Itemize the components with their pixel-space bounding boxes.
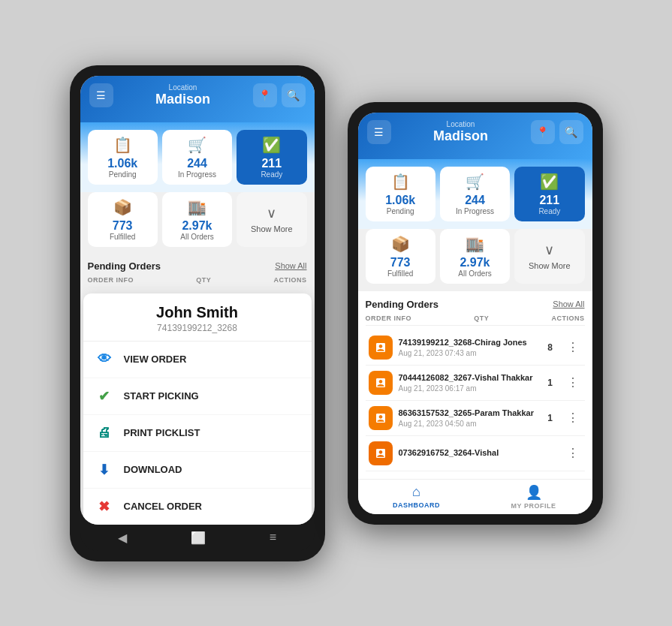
- stat-label-inprogress-1: In Progress: [178, 170, 216, 179]
- stat-card-allorders-1[interactable]: 🏬 2.97k All Orders: [162, 192, 232, 247]
- stat-icon-inprogress-1: 🛒: [188, 136, 206, 154]
- menu-icon-1: ☰: [96, 89, 106, 101]
- recent-button-1[interactable]: ≡: [270, 531, 276, 544]
- col-qty-1: QTY: [196, 276, 211, 284]
- order-actions-btn-4[interactable]: ⋮: [564, 443, 582, 463]
- stat-label-allorders-1: All Orders: [180, 233, 213, 241]
- stat-number-allorders-1: 2.97k: [182, 219, 212, 233]
- pending-section-2: Pending Orders Show All ORDER INFO QTY A…: [358, 291, 592, 479]
- col-qty-2: QTY: [474, 315, 489, 322]
- bottom-nav-2: ⌂ DASHBOARD 👤 MY PROFILE: [358, 479, 592, 514]
- phone-nav-1: ◀ ⬜ ≡: [80, 525, 315, 551]
- cancel-order-label: CANCEL ORDER: [124, 501, 203, 512]
- col-actions-2: ACTIONS: [552, 315, 585, 322]
- show-more-label-2: Show More: [529, 261, 571, 270]
- stat-label-pending-1: Pending: [109, 170, 137, 179]
- context-menu-1: John Smith 74139199212_3268 👁 VIEW ORDER…: [83, 293, 312, 525]
- stat-card-ready-1[interactable]: ✅ 211 Ready: [237, 130, 306, 185]
- show-more-card-1[interactable]: ∨ Show More: [237, 192, 306, 247]
- stat-label-pending-2: Pending: [387, 207, 414, 215]
- nav-dashboard[interactable]: ⌂ DASHBOARD: [358, 484, 475, 510]
- order-item-2[interactable]: 70444126082_3267-Vishal Thakkar Aug 21, …: [366, 366, 585, 401]
- order-qty-3: 1: [543, 413, 558, 423]
- stat-label-fulfilled-1: Fulfilled: [110, 233, 135, 241]
- start-picking-label: START PICKING: [124, 390, 199, 402]
- col-order-info-2: ORDER INFO: [366, 315, 412, 322]
- context-user-name: John Smith: [91, 304, 304, 321]
- order-icon-1: [369, 336, 393, 360]
- show-more-card-2[interactable]: ∨ Show More: [514, 229, 584, 284]
- phone-2-screen: ☰ Location Madison 📍 🔍 📋: [358, 113, 592, 514]
- print-picklist-label: PRINT PICKLIST: [124, 427, 200, 438]
- pin-button-2[interactable]: 📍: [531, 120, 555, 144]
- show-all-link-2[interactable]: Show All: [553, 299, 584, 308]
- menu-item-cancel-order[interactable]: ✖ CANCEL ORDER: [83, 489, 312, 525]
- stat-label-ready-1: Ready: [261, 170, 282, 179]
- stats-grid-1-row1: 📋 1.06k Pending 🛒 244 In Progress ✅ 211 …: [80, 122, 315, 192]
- order-qty-1: 8: [543, 342, 558, 353]
- order-item-3[interactable]: 86363157532_3265-Param Thakkar Aug 21, 2…: [366, 401, 585, 436]
- stat-label-ready-2: Ready: [538, 207, 560, 215]
- order-actions-btn-1[interactable]: ⋮: [564, 337, 582, 357]
- order-info-4: 07362916752_3264-Vishal: [399, 447, 537, 459]
- stat-card-pending-1[interactable]: 📋 1.06k Pending: [88, 130, 158, 185]
- stat-icon-pending-1: 📋: [113, 136, 132, 154]
- order-date-1: Aug 21, 2023 07:43 am: [399, 349, 537, 357]
- order-name-1: 74139199212_3268-Chirag Jones: [399, 337, 537, 348]
- stat-number-fulfilled-2: 773: [390, 256, 411, 269]
- pending-title-2: Pending Orders: [366, 299, 439, 310]
- location-name-1: Madison: [113, 92, 253, 107]
- stat-number-inprogress-2: 244: [465, 194, 485, 207]
- order-name-4: 07362916752_3264-Vishal: [399, 447, 537, 458]
- stat-card-pending-2[interactable]: 📋 1.06k Pending: [366, 167, 435, 221]
- order-qty-2: 1: [543, 378, 558, 388]
- stats-grid-2-row1: 📋 1.06k Pending 🛒 244 In Progress ✅ 211 …: [358, 159, 592, 229]
- stat-icon-inprogress-2: 🛒: [466, 173, 484, 191]
- context-order-id: 74139199212_3268: [91, 323, 304, 333]
- stat-card-inprogress-2[interactable]: 🛒 244 In Progress: [440, 167, 510, 221]
- stat-number-ready-1: 211: [261, 157, 282, 170]
- search-button-2[interactable]: 🔍: [559, 120, 583, 144]
- pin-button-1[interactable]: 📍: [253, 83, 277, 107]
- order-actions-btn-2[interactable]: ⋮: [564, 372, 582, 393]
- menu-item-print-picklist[interactable]: 🖨 PRINT PICKLIST: [83, 415, 312, 452]
- search-button-1[interactable]: 🔍: [282, 83, 306, 107]
- order-actions-btn-3[interactable]: ⋮: [564, 408, 582, 428]
- home-button-1[interactable]: ⬜: [191, 531, 206, 545]
- pending-header-1: Pending Orders Show All: [88, 260, 307, 272]
- menu-button-2[interactable]: ☰: [367, 120, 391, 144]
- order-info-1: 74139199212_3268-Chirag Jones Aug 21, 20…: [399, 337, 537, 357]
- order-icon-4: [369, 441, 393, 465]
- nav-my-profile[interactable]: 👤 MY PROFILE: [475, 484, 592, 510]
- stat-icon-pending-2: 📋: [391, 173, 410, 191]
- pending-section-header-1: Pending Orders Show All ORDER INFO QTY A…: [80, 254, 315, 293]
- menu-icon-2: ☰: [374, 126, 384, 138]
- menu-item-download[interactable]: ⬇ DOWNLOAD: [83, 452, 312, 489]
- pending-header-2: Pending Orders Show All: [366, 299, 585, 310]
- app-header-1: ☰ Location Madison 📍 🔍: [80, 76, 315, 122]
- stat-card-ready-2[interactable]: ✅ 211 Ready: [514, 167, 584, 221]
- back-button-1[interactable]: ◀: [118, 531, 127, 545]
- location-1: Location Madison: [113, 83, 253, 107]
- stat-card-inprogress-1[interactable]: 🛒 244 In Progress: [162, 130, 232, 185]
- stat-number-pending-1: 1.06k: [107, 157, 137, 170]
- stat-number-pending-2: 1.06k: [385, 194, 415, 207]
- dashboard-label: DASHBOARD: [393, 501, 440, 509]
- menu-item-start-picking[interactable]: ✔ START PICKING: [83, 378, 312, 415]
- order-icon-3: [369, 406, 393, 430]
- col-order-info-1: ORDER INFO: [88, 276, 134, 284]
- stat-card-fulfilled-1[interactable]: 📦 773 Fulfilled: [88, 192, 158, 247]
- menu-item-view-order[interactable]: 👁 VIEW ORDER: [83, 342, 312, 378]
- stat-card-fulfilled-2[interactable]: 📦 773 Fulfilled: [366, 229, 435, 284]
- order-name-3: 86363157532_3265-Param Thakkar: [399, 408, 537, 418]
- stat-icon-allorders-2: 🏬: [466, 235, 484, 253]
- show-all-link-1[interactable]: Show All: [275, 261, 306, 270]
- menu-button-1[interactable]: ☰: [89, 83, 113, 107]
- stat-number-fulfilled-1: 773: [113, 219, 133, 233]
- phone-1-screen: ☰ Location Madison 📍 🔍 📋: [80, 76, 315, 525]
- order-item-1[interactable]: 74139199212_3268-Chirag Jones Aug 21, 20…: [366, 330, 585, 366]
- order-icon-2: [369, 371, 393, 395]
- stat-card-allorders-2[interactable]: 🏬 2.97k All Orders: [440, 229, 510, 284]
- start-picking-icon: ✔: [95, 387, 113, 405]
- order-item-4[interactable]: 07362916752_3264-Vishal ⋮: [366, 436, 585, 471]
